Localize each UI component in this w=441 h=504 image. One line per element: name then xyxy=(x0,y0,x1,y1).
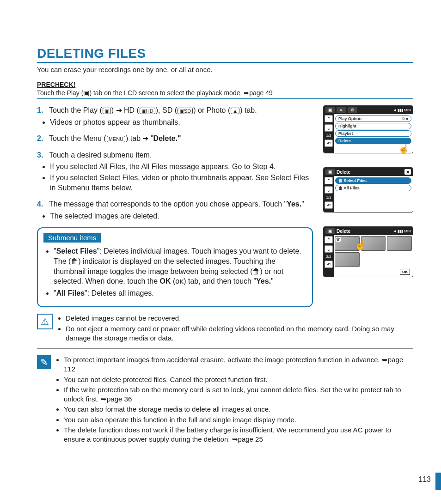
step-3-sub2: If you selected Select Files, video or p… xyxy=(50,173,313,193)
gear-tab-icon: ⚙ xyxy=(348,107,357,113)
info-6: The delete function does not work if the… xyxy=(64,425,413,444)
info-2: You can not delete protected files. Canc… xyxy=(64,375,413,384)
precheck-label: PRECHECK! xyxy=(37,81,413,88)
photo-icon: ▲ xyxy=(231,108,239,114)
play-tab-icon: ▣ xyxy=(325,107,335,113)
ok-button: OK xyxy=(400,269,410,275)
sd-icon: ▣SD xyxy=(178,108,193,114)
back-icon: ↶ xyxy=(325,140,333,147)
page-number: 113 xyxy=(418,475,431,484)
info-1: To protect important images from acciden… xyxy=(64,355,413,374)
back-icon: ↶ xyxy=(325,261,333,268)
menu-all-files: 🗑 All Files xyxy=(335,185,411,191)
page-title: DELETING FILES xyxy=(37,46,413,63)
lcd2-title: Delete xyxy=(337,170,350,175)
submenu-all-files: "All Files": Deletes all images. xyxy=(54,288,304,298)
menu-delete: Delete xyxy=(335,138,411,144)
thumb-selected xyxy=(335,236,360,251)
menu-select-files: 🗑 Select Files xyxy=(335,177,411,184)
divider xyxy=(37,348,413,349)
menu-highlight: Highlight xyxy=(335,123,411,129)
battery-icon: ◄ ▮▮▮ MIN xyxy=(393,229,411,233)
lcd3-page: 2/2 xyxy=(326,255,331,259)
step-3: 3.Touch a desired submenu item. If you s… xyxy=(37,150,313,193)
lcd-screenshot-2: ▣ Delete ✕ ⌃ ⌄ 1/1 ↶ 🗑 Select Files 🗑 Al… xyxy=(323,167,413,213)
warning-icon: ⚠ xyxy=(37,314,53,329)
note-icon: ✎ xyxy=(37,355,51,369)
play-tab-icon: ▣ xyxy=(325,228,335,234)
info-3: If the write protection tab on the memor… xyxy=(64,385,413,404)
menu-icon: MENU xyxy=(107,136,125,142)
info-note: ✎ To protect important images from accid… xyxy=(37,355,413,445)
menu-playlist: Playlist xyxy=(335,130,411,137)
lcd2-page: 1/1 xyxy=(326,195,331,200)
play-tab-icon: ▣ xyxy=(325,169,335,175)
down-icon: ⌄ xyxy=(325,124,333,132)
play-icon: ▣ xyxy=(103,108,111,114)
warn-1: Deleted images cannot be recovered. xyxy=(66,314,413,323)
submenu-title: Submenu items xyxy=(43,233,101,243)
lcd3-title: Delete xyxy=(337,229,350,234)
step-2: 2.Touch the Menu (MENU) tab ➔ "Delete." xyxy=(37,134,313,144)
hd-icon: ▣HD xyxy=(140,108,155,114)
warn-2: Do not eject a memory card or power off … xyxy=(66,324,413,343)
battery-icon: ◄ ▮▮▮ MIN xyxy=(393,108,411,112)
edge-tab xyxy=(435,473,441,490)
lcd-screenshot-3: ▣ Delete ◄ ▮▮▮ MIN ⌃ ⌄ 2/2 ↶ xyxy=(323,226,413,277)
submenu-box: Submenu items "Select Files": Deletes in… xyxy=(37,227,313,307)
intro-text: You can erase your recordings one by one… xyxy=(37,66,413,73)
info-4: You can also format the storage media to… xyxy=(64,405,413,414)
thumb xyxy=(387,236,412,251)
divider xyxy=(37,98,413,99)
step-4-sub: The selected images are deleted. xyxy=(50,211,313,221)
step-1-sub: Videos or photos appear as thumbnails. xyxy=(50,117,313,128)
thumb xyxy=(335,252,360,267)
up-icon: ⌃ xyxy=(325,236,333,243)
step-3-sub1: If you selected All Files, the All Files… xyxy=(50,162,313,172)
precheck-text: Touch the Play (▣) tab on the LCD screen… xyxy=(37,89,413,97)
down-icon: ⌄ xyxy=(325,186,333,194)
up-icon: ⌃ xyxy=(325,177,333,184)
step-4: 4.The message that corresponds to the op… xyxy=(37,199,313,221)
list-tab-icon: ≡ xyxy=(337,107,346,113)
menu-play-option: Play Option▷ 𝄪 xyxy=(335,115,411,122)
info-5: You can also operate this function in th… xyxy=(64,415,413,425)
lcd-screenshot-1: ▣ ≡ ⚙ ◄ ▮▮▮ MIN ⌃ ⌄ 1/3 ↶ Play Option▷ 𝄪… xyxy=(323,105,413,153)
down-icon: ⌄ xyxy=(325,245,333,253)
thumb xyxy=(361,236,386,251)
close-icon: ✕ xyxy=(404,169,411,175)
lcd1-page: 1/3 xyxy=(326,134,331,138)
submenu-select-files: "Select Files": Deletes individual image… xyxy=(54,246,304,286)
step-1: 1.Touch the Play (▣) ➔ HD (▣HD), SD (▣SD… xyxy=(37,105,313,127)
back-icon: ↶ xyxy=(325,201,333,209)
up-icon: ⌃ xyxy=(325,115,333,122)
warning-note: ⚠ Deleted images cannot be recovered. Do… xyxy=(37,314,413,344)
